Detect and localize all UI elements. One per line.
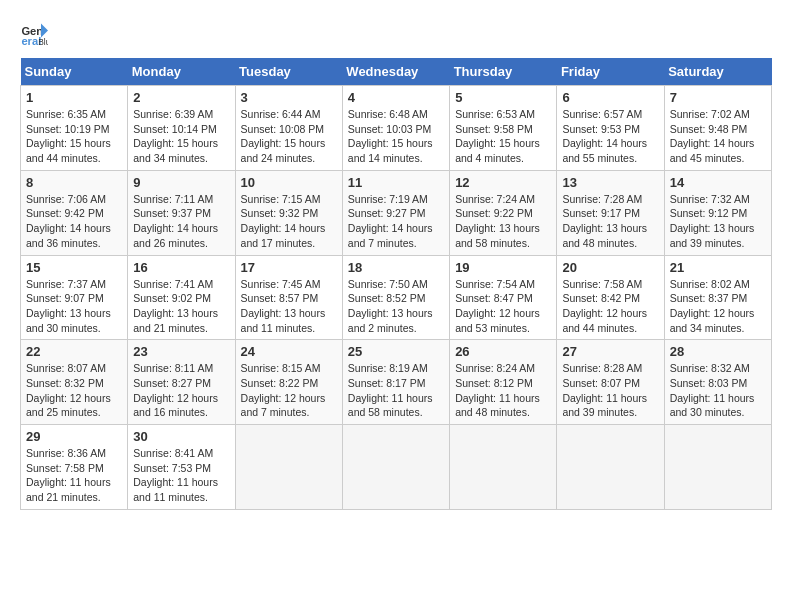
day-number: 2 <box>133 90 229 105</box>
day-number: 16 <box>133 260 229 275</box>
svg-marker-2 <box>41 24 48 38</box>
day-number: 20 <box>562 260 658 275</box>
weekday-header: Thursday <box>450 58 557 86</box>
calendar-day-cell: 8Sunrise: 7:06 AMSunset: 9:42 PMDaylight… <box>21 170 128 255</box>
day-info: Sunrise: 6:35 AMSunset: 10:19 PMDaylight… <box>26 107 122 166</box>
calendar-day-cell: 29Sunrise: 8:36 AMSunset: 7:58 PMDayligh… <box>21 425 128 510</box>
page-header: Gen eral Blue <box>20 20 772 48</box>
day-info: Sunrise: 8:07 AMSunset: 8:32 PMDaylight:… <box>26 361 122 420</box>
day-info: Sunrise: 8:41 AMSunset: 7:53 PMDaylight:… <box>133 446 229 505</box>
day-number: 13 <box>562 175 658 190</box>
day-info: Sunrise: 6:48 AMSunset: 10:03 PMDaylight… <box>348 107 444 166</box>
day-number: 19 <box>455 260 551 275</box>
day-info: Sunrise: 7:41 AMSunset: 9:02 PMDaylight:… <box>133 277 229 336</box>
calendar-day-cell: 9Sunrise: 7:11 AMSunset: 9:37 PMDaylight… <box>128 170 235 255</box>
calendar-table: SundayMondayTuesdayWednesdayThursdayFrid… <box>20 58 772 510</box>
calendar-day-cell: 24Sunrise: 8:15 AMSunset: 8:22 PMDayligh… <box>235 340 342 425</box>
day-number: 9 <box>133 175 229 190</box>
day-info: Sunrise: 8:32 AMSunset: 8:03 PMDaylight:… <box>670 361 766 420</box>
weekday-header: Saturday <box>664 58 771 86</box>
day-number: 12 <box>455 175 551 190</box>
day-info: Sunrise: 7:24 AMSunset: 9:22 PMDaylight:… <box>455 192 551 251</box>
calendar-header: SundayMondayTuesdayWednesdayThursdayFrid… <box>21 58 772 86</box>
calendar-day-cell: 20Sunrise: 7:58 AMSunset: 8:42 PMDayligh… <box>557 255 664 340</box>
logo: Gen eral Blue <box>20 20 52 48</box>
day-info: Sunrise: 7:58 AMSunset: 8:42 PMDaylight:… <box>562 277 658 336</box>
calendar-day-cell <box>342 425 449 510</box>
day-info: Sunrise: 7:45 AMSunset: 8:57 PMDaylight:… <box>241 277 337 336</box>
calendar-day-cell: 13Sunrise: 7:28 AMSunset: 9:17 PMDayligh… <box>557 170 664 255</box>
calendar-day-cell: 16Sunrise: 7:41 AMSunset: 9:02 PMDayligh… <box>128 255 235 340</box>
calendar-day-cell: 27Sunrise: 8:28 AMSunset: 8:07 PMDayligh… <box>557 340 664 425</box>
day-number: 14 <box>670 175 766 190</box>
day-info: Sunrise: 6:44 AMSunset: 10:08 PMDaylight… <box>241 107 337 166</box>
day-number: 5 <box>455 90 551 105</box>
day-number: 21 <box>670 260 766 275</box>
calendar-day-cell <box>450 425 557 510</box>
day-info: Sunrise: 7:11 AMSunset: 9:37 PMDaylight:… <box>133 192 229 251</box>
calendar-day-cell: 25Sunrise: 8:19 AMSunset: 8:17 PMDayligh… <box>342 340 449 425</box>
calendar-day-cell <box>664 425 771 510</box>
day-number: 27 <box>562 344 658 359</box>
day-number: 11 <box>348 175 444 190</box>
day-number: 8 <box>26 175 122 190</box>
day-info: Sunrise: 7:37 AMSunset: 9:07 PMDaylight:… <box>26 277 122 336</box>
day-number: 23 <box>133 344 229 359</box>
day-number: 29 <box>26 429 122 444</box>
day-number: 30 <box>133 429 229 444</box>
day-number: 3 <box>241 90 337 105</box>
calendar-day-cell: 19Sunrise: 7:54 AMSunset: 8:47 PMDayligh… <box>450 255 557 340</box>
day-info: Sunrise: 6:57 AMSunset: 9:53 PMDaylight:… <box>562 107 658 166</box>
day-info: Sunrise: 6:39 AMSunset: 10:14 PMDaylight… <box>133 107 229 166</box>
day-number: 7 <box>670 90 766 105</box>
calendar-day-cell: 17Sunrise: 7:45 AMSunset: 8:57 PMDayligh… <box>235 255 342 340</box>
day-info: Sunrise: 8:24 AMSunset: 8:12 PMDaylight:… <box>455 361 551 420</box>
day-info: Sunrise: 6:53 AMSunset: 9:58 PMDaylight:… <box>455 107 551 166</box>
calendar-week-row: 15Sunrise: 7:37 AMSunset: 9:07 PMDayligh… <box>21 255 772 340</box>
day-info: Sunrise: 7:32 AMSunset: 9:12 PMDaylight:… <box>670 192 766 251</box>
calendar-week-row: 1Sunrise: 6:35 AMSunset: 10:19 PMDayligh… <box>21 86 772 171</box>
calendar-day-cell: 1Sunrise: 6:35 AMSunset: 10:19 PMDayligh… <box>21 86 128 171</box>
weekday-header: Friday <box>557 58 664 86</box>
day-info: Sunrise: 7:06 AMSunset: 9:42 PMDaylight:… <box>26 192 122 251</box>
day-info: Sunrise: 8:19 AMSunset: 8:17 PMDaylight:… <box>348 361 444 420</box>
calendar-day-cell: 7Sunrise: 7:02 AMSunset: 9:48 PMDaylight… <box>664 86 771 171</box>
calendar-day-cell: 22Sunrise: 8:07 AMSunset: 8:32 PMDayligh… <box>21 340 128 425</box>
day-number: 4 <box>348 90 444 105</box>
day-info: Sunrise: 7:50 AMSunset: 8:52 PMDaylight:… <box>348 277 444 336</box>
day-info: Sunrise: 7:28 AMSunset: 9:17 PMDaylight:… <box>562 192 658 251</box>
logo-icon: Gen eral Blue <box>20 20 48 48</box>
day-number: 24 <box>241 344 337 359</box>
calendar-day-cell: 6Sunrise: 6:57 AMSunset: 9:53 PMDaylight… <box>557 86 664 171</box>
day-info: Sunrise: 7:15 AMSunset: 9:32 PMDaylight:… <box>241 192 337 251</box>
calendar-day-cell: 26Sunrise: 8:24 AMSunset: 8:12 PMDayligh… <box>450 340 557 425</box>
day-number: 1 <box>26 90 122 105</box>
day-number: 18 <box>348 260 444 275</box>
calendar-day-cell: 30Sunrise: 8:41 AMSunset: 7:53 PMDayligh… <box>128 425 235 510</box>
day-info: Sunrise: 8:36 AMSunset: 7:58 PMDaylight:… <box>26 446 122 505</box>
day-number: 6 <box>562 90 658 105</box>
calendar-day-cell: 2Sunrise: 6:39 AMSunset: 10:14 PMDayligh… <box>128 86 235 171</box>
day-number: 10 <box>241 175 337 190</box>
weekday-header: Wednesday <box>342 58 449 86</box>
weekday-header: Monday <box>128 58 235 86</box>
calendar-week-row: 8Sunrise: 7:06 AMSunset: 9:42 PMDaylight… <box>21 170 772 255</box>
day-number: 28 <box>670 344 766 359</box>
calendar-day-cell: 3Sunrise: 6:44 AMSunset: 10:08 PMDayligh… <box>235 86 342 171</box>
day-info: Sunrise: 8:02 AMSunset: 8:37 PMDaylight:… <box>670 277 766 336</box>
calendar-day-cell <box>557 425 664 510</box>
calendar-day-cell: 10Sunrise: 7:15 AMSunset: 9:32 PMDayligh… <box>235 170 342 255</box>
calendar-day-cell: 11Sunrise: 7:19 AMSunset: 9:27 PMDayligh… <box>342 170 449 255</box>
calendar-week-row: 29Sunrise: 8:36 AMSunset: 7:58 PMDayligh… <box>21 425 772 510</box>
calendar-day-cell <box>235 425 342 510</box>
day-info: Sunrise: 7:02 AMSunset: 9:48 PMDaylight:… <box>670 107 766 166</box>
calendar-day-cell: 18Sunrise: 7:50 AMSunset: 8:52 PMDayligh… <box>342 255 449 340</box>
day-info: Sunrise: 8:11 AMSunset: 8:27 PMDaylight:… <box>133 361 229 420</box>
day-info: Sunrise: 8:28 AMSunset: 8:07 PMDaylight:… <box>562 361 658 420</box>
day-info: Sunrise: 7:54 AMSunset: 8:47 PMDaylight:… <box>455 277 551 336</box>
calendar-day-cell: 21Sunrise: 8:02 AMSunset: 8:37 PMDayligh… <box>664 255 771 340</box>
day-number: 17 <box>241 260 337 275</box>
day-number: 25 <box>348 344 444 359</box>
calendar-day-cell: 12Sunrise: 7:24 AMSunset: 9:22 PMDayligh… <box>450 170 557 255</box>
weekday-header: Tuesday <box>235 58 342 86</box>
